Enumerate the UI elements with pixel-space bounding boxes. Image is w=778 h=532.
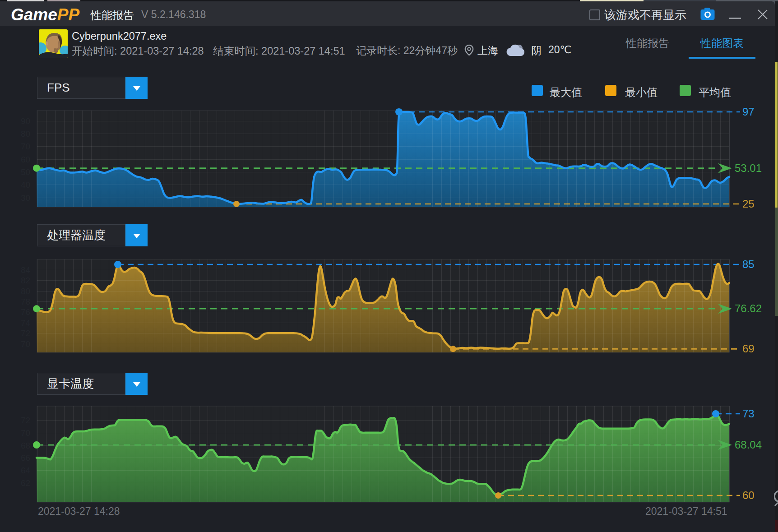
svg-text:82: 82 (21, 276, 30, 285)
svg-text:80: 80 (21, 129, 30, 139)
svg-text:90: 90 (21, 116, 30, 126)
svg-text:76: 76 (21, 307, 30, 317)
svg-text:76.62: 76.62 (735, 302, 762, 315)
svg-text:50: 50 (21, 167, 30, 177)
svg-text:74: 74 (21, 318, 31, 328)
svg-text:85: 85 (742, 258, 755, 270)
svg-text:72: 72 (21, 416, 30, 425)
svg-text:40: 40 (21, 180, 30, 190)
svg-text:60: 60 (742, 489, 755, 501)
svg-text:60: 60 (21, 155, 30, 164)
svg-text:97: 97 (742, 106, 755, 118)
svg-text:64: 64 (21, 466, 31, 475)
svg-text:66: 66 (21, 453, 30, 463)
svg-text:73: 73 (742, 407, 755, 420)
svg-text:68.04: 68.04 (735, 439, 762, 451)
svg-text:70: 70 (21, 142, 30, 151)
svg-text:25: 25 (742, 198, 755, 210)
svg-text:80: 80 (21, 287, 30, 296)
svg-text:53.01: 53.01 (735, 162, 762, 174)
svg-text:78: 78 (21, 297, 30, 306)
svg-text:70: 70 (21, 428, 30, 438)
svg-text:70: 70 (21, 339, 30, 349)
svg-text:69: 69 (742, 342, 755, 355)
svg-text:84: 84 (21, 265, 31, 275)
svg-text:30: 30 (21, 193, 30, 203)
svg-text:68: 68 (21, 441, 30, 450)
svg-text:72: 72 (21, 328, 30, 338)
svg-text:62: 62 (21, 478, 30, 488)
